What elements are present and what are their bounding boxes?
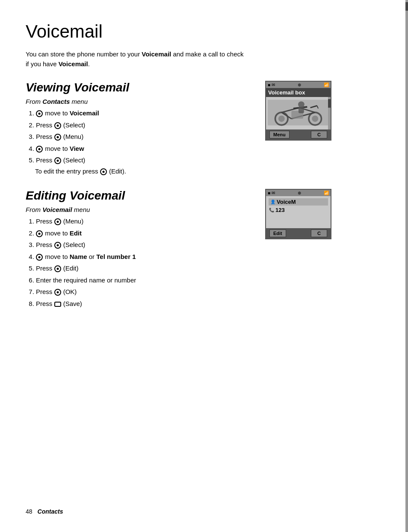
viewing-note: To edit the entry press (Edit). (26, 167, 252, 176)
edit-step1: Press (Menu) (36, 218, 83, 225)
editing-content: Editing Voicemail From Voicemail menu Pr… (26, 189, 252, 310)
viewing-from-menu: From Contacts menu (26, 98, 252, 105)
nav-icon-e4 (36, 254, 43, 261)
svg-point-4 (312, 115, 318, 122)
status-bar-1: ■ ✉ ⊕ 📶 (266, 82, 331, 88)
footer: 48 Contacts (26, 508, 63, 515)
list-item: Press (Save) (36, 298, 252, 309)
svg-point-3 (278, 115, 285, 122)
page-number: 48 (26, 508, 33, 515)
list-item: move to Name or Tel number 1 (36, 251, 252, 262)
select-icon-e3 (54, 242, 61, 249)
phone-screen-1: ■ ✉ ⊕ 📶 Voicemail box (265, 81, 331, 141)
editing-voicemail-section: Editing Voicemail From Voicemail menu Pr… (26, 189, 382, 310)
svg-rect-14 (299, 107, 304, 113)
viewing-from-bold: Contacts (42, 98, 70, 105)
editing-from-menu: From Voicemail menu (26, 206, 252, 213)
intro-bold1: Voicemail (142, 50, 171, 58)
phone-num-text: 123 (275, 207, 285, 213)
step1-text: move to Voicemail (45, 109, 99, 117)
person-icon: 👤 (270, 199, 275, 205)
page-title: Voicemail (26, 21, 382, 42)
list-item: Press (Menu) (36, 216, 252, 227)
step2-text: Press (Select) (36, 121, 85, 129)
list-item: Press (OK) (36, 286, 252, 297)
status-left-2: ■ ✉ (268, 191, 275, 195)
list-item: move to View (36, 143, 252, 154)
status-left-1: ■ ✉ (268, 82, 275, 87)
menu-icon (54, 134, 61, 141)
softkeys-1: Menu C (266, 129, 331, 140)
editing-steps-list: Press (Menu) move to Edit Press (Select)… (26, 216, 252, 309)
menu-softkey: Menu (269, 131, 290, 138)
edit-step3: Press (Select) (36, 241, 85, 248)
intro-paragraph: You can store the phone number to your V… (26, 50, 248, 69)
select-icon2 (54, 157, 61, 164)
footer-section-label: Contacts (38, 508, 63, 515)
status-right-1: 📶 (324, 82, 329, 87)
nav-icon2 (36, 146, 43, 153)
list-item: Enter the required name or number (36, 275, 252, 286)
softkeys-2: Edit C (266, 228, 331, 238)
step4-text: move to View (45, 145, 84, 152)
status-right-2: 📶 (324, 191, 329, 195)
screen-title-1: Voicemail box (266, 88, 331, 97)
intro-bold2: Voicemail (59, 60, 88, 68)
status-center-2: ⊕ (298, 191, 301, 195)
motorcycle-image (268, 99, 329, 126)
viewing-voicemail-section: Viewing Voicemail From Contacts menu mov… (26, 81, 382, 176)
step3-text: Press (Menu) (36, 133, 83, 140)
voicem-entry: 👤 VoiceM (269, 198, 328, 206)
screen-body-2: 👤 VoiceM 📞 123 (266, 196, 331, 228)
select-icon (54, 122, 61, 129)
edit-icon-inline (100, 168, 107, 175)
edit-step4: move to Name or Tel number 1 (45, 253, 136, 260)
phone-screen-2: ■ ✉ ⊕ 📶 👤 VoiceM 📞 123 Edi (265, 189, 331, 239)
editing-from-text2: menu (72, 206, 90, 213)
list-item: Press (Edit) (36, 263, 252, 274)
phone-icon: 📞 (269, 207, 274, 213)
viewing-steps-list: move to Voicemail Press (Select) Press (… (26, 108, 252, 166)
scrollbar-thumb-2 (405, 2, 408, 11)
edit-step5: Press (Edit) (36, 265, 79, 272)
viewing-heading: Viewing Voicemail (26, 81, 252, 94)
status-center-1: ⊕ (298, 82, 301, 87)
list-item: Press (Menu) (36, 131, 252, 142)
viewing-from-text2: menu (70, 98, 88, 105)
scrollbar-thumb-1 (328, 99, 331, 108)
nav-icon (36, 110, 43, 117)
edit-step7: Press (OK) (36, 288, 77, 295)
voicem-text: VoiceM (277, 199, 296, 205)
list-item: Press (Select) (36, 239, 252, 250)
c-softkey: C (311, 131, 327, 138)
nav-icon-e2 (36, 230, 43, 237)
menu-icon-e (54, 218, 61, 225)
c-softkey-2: C (311, 229, 327, 237)
scrollbar-1 (328, 97, 331, 129)
editing-from-bold: Voicemail (42, 206, 72, 213)
intro-text3: . (88, 60, 90, 68)
screen-body-1 (266, 97, 331, 129)
svg-point-13 (298, 101, 305, 108)
list-item: move to Voicemail (36, 108, 252, 119)
phone-num-entry: 📞 123 (269, 207, 328, 213)
list-item: Press (Select) (36, 120, 252, 131)
voicemail-edit-screen: ■ ✉ ⊕ 📶 👤 VoiceM 📞 123 Edi (265, 189, 331, 239)
edit-step2: move to Edit (45, 229, 82, 237)
edit-icon-e5 (54, 265, 61, 272)
voicemail-box-screen: ■ ✉ ⊕ 📶 Voicemail box (265, 81, 331, 141)
ok-icon-e7 (54, 289, 61, 296)
viewing-from-text: From (26, 98, 42, 105)
edit-step8: Press (Save) (36, 300, 82, 307)
intro-text1: You can store the phone number to your (26, 50, 142, 58)
status-bar-2: ■ ✉ ⊕ 📶 (266, 190, 331, 196)
save-softkey-icon (54, 302, 61, 307)
step5-text: Press (Select) (36, 156, 85, 164)
edit-step6: Enter the required name or number (36, 276, 136, 284)
edit-softkey: Edit (269, 229, 286, 237)
viewing-content: Viewing Voicemail From Contacts menu mov… (26, 81, 252, 176)
editing-from-text: From (26, 206, 42, 213)
scrollbar-2 (405, 0, 408, 532)
editing-heading: Editing Voicemail (26, 189, 252, 203)
list-item: Press (Select) (36, 155, 252, 166)
